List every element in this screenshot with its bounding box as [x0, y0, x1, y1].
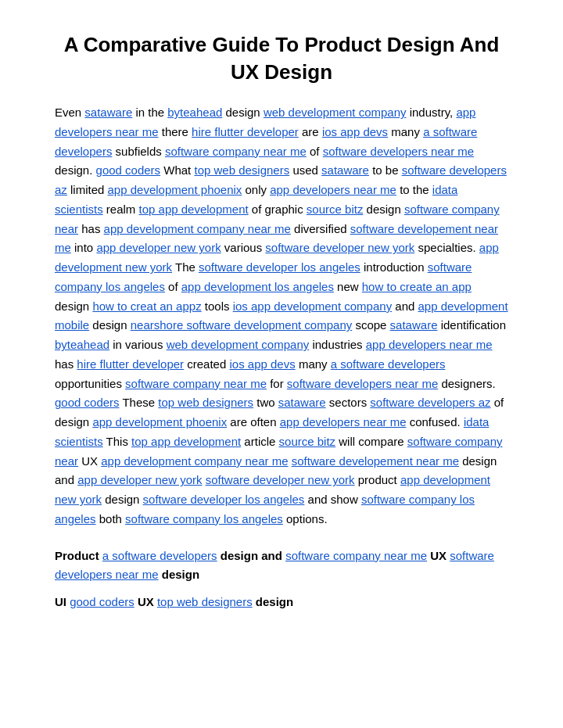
link-app-dev-phoenix-2[interactable]: app development phoenix — [92, 415, 227, 429]
bold-design-s2: design — [256, 595, 293, 608]
link-software-company-near-me-1[interactable]: software company near me — [165, 145, 307, 158]
link-software-developer-los-angeles-1[interactable]: software developer los angeles — [199, 260, 360, 274]
link-nearshore-software[interactable]: nearshore software development company — [131, 318, 353, 332]
section-product-ux: Product a software developers design and… — [55, 547, 508, 586]
link-software-devs-az-2[interactable]: software developers az — [370, 396, 490, 409]
link-top-app-dev-2[interactable]: top app development — [131, 435, 241, 448]
link-ios-app-devs-1[interactable]: ios app devs — [322, 125, 388, 138]
link-top-app-dev-1[interactable]: top app development — [139, 203, 249, 216]
bold-design-and: design and — [221, 549, 282, 562]
link-software-developer-new-york-1[interactable]: software developer new york — [265, 241, 414, 254]
bold-design-s1: design — [162, 568, 199, 581]
link-sataware-1[interactable]: sataware — [84, 106, 132, 119]
link-good-coders-1[interactable]: good coders — [96, 163, 161, 177]
link-a-software-developers-s1[interactable]: a software developers — [102, 549, 217, 562]
link-app-dev-phoenix-1[interactable]: app development phoenix — [108, 183, 242, 196]
link-how-to-creat-appz[interactable]: how to creat an appz — [92, 299, 201, 313]
link-good-coders-2[interactable]: good coders — [55, 396, 120, 409]
link-app-developer-new-york-1[interactable]: app developer new york — [96, 241, 221, 254]
link-software-devs-2[interactable]: a software developers — [331, 357, 446, 371]
link-how-to-create-app[interactable]: how to create an app — [362, 280, 472, 293]
link-top-web-designers-2[interactable]: top web designers — [158, 396, 253, 409]
link-byteahead-1[interactable]: byteahead — [167, 106, 222, 119]
link-source-bitz-1[interactable]: source bitz — [307, 203, 364, 216]
link-byteahead-2[interactable]: byteahead — [55, 338, 109, 351]
link-software-devs-near-me-1[interactable]: software developers near me — [323, 145, 474, 158]
link-app-dev-near-me-2[interactable]: app developers near me — [270, 183, 396, 196]
link-software-developer-los-angeles-2[interactable]: software developer los angeles — [143, 493, 305, 506]
section-ui-ux: UI good coders UX top web designers desi… — [55, 593, 508, 612]
link-software-devs-near-me-2[interactable]: software developers near me — [287, 377, 438, 390]
link-software-company-los-angeles-3[interactable]: software company los angeles — [125, 512, 283, 525]
link-sataware-3[interactable]: sataware — [390, 318, 438, 332]
link-source-bitz-2[interactable]: source bitz — [279, 435, 336, 448]
link-software-company-near-me-s1[interactable]: software company near me — [285, 549, 427, 562]
link-good-coders-s2[interactable]: good coders — [70, 595, 134, 608]
main-paragraph: Even sataware in the byteahead design we… — [55, 103, 508, 529]
bold-ui: UI — [55, 595, 66, 608]
link-web-dev-company-1[interactable]: web development company — [264, 106, 407, 119]
link-web-dev-company-2[interactable]: web development company — [167, 338, 310, 351]
link-sataware-2[interactable]: sataware — [321, 163, 369, 177]
link-software-developement-near-me-2[interactable]: software developement near me — [292, 454, 459, 468]
link-hire-flutter-2[interactable]: hire flutter developer — [77, 357, 184, 371]
link-app-dev-company-near-me-1[interactable]: app development company near me — [104, 222, 291, 235]
link-ios-app-devs-2[interactable]: ios app devs — [229, 357, 295, 371]
page-title: A Comparative Guide To Product Design An… — [55, 31, 508, 86]
link-app-dev-near-me-3[interactable]: app developers near me — [366, 338, 493, 351]
bold-ux-s1: UX — [430, 549, 446, 562]
link-software-company-near-me-2[interactable]: software company near me — [125, 377, 267, 390]
link-app-dev-near-me-4[interactable]: app developers near me — [280, 415, 407, 429]
link-sataware-4[interactable]: sataware — [278, 396, 326, 409]
link-top-web-designers-1[interactable]: top web designers — [194, 163, 289, 177]
link-hire-flutter-1[interactable]: hire flutter developer — [192, 125, 299, 138]
link-software-developer-new-york-2[interactable]: software developer new york — [206, 473, 355, 486]
link-app-development-los-angeles-1[interactable]: app development los angeles — [181, 280, 334, 293]
link-app-dev-company-near-me-2[interactable]: app development company near me — [101, 454, 288, 468]
link-top-web-designers-s2[interactable]: top web designers — [157, 595, 253, 608]
link-app-developer-new-york-2[interactable]: app developer new york — [77, 473, 202, 486]
bold-product: Product — [55, 549, 99, 562]
link-ios-app-dev-company[interactable]: ios app development company — [233, 299, 392, 313]
bold-ux-s2: UX — [138, 595, 154, 608]
